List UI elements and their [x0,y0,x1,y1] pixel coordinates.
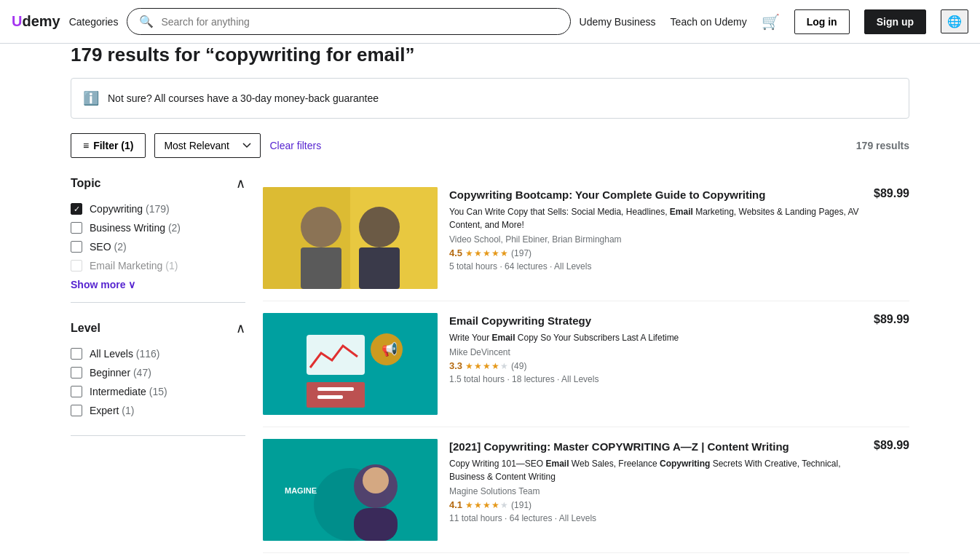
star-full-icon: ★ [474,361,482,371]
level-checkbox-intermediate[interactable] [71,386,82,397]
nav-right: Udemy Business Teach on Udemy 🛒 Log in S… [580,9,968,34]
course-card[interactable]: 📢 Email Copywriting Strategy Write Your … [263,301,909,427]
course-price: $89.99 [874,313,909,326]
course-desc: Copy Writing 101—SEO Email Web Sales, Fr… [449,457,862,483]
sidebar: Topic ∧ Copywriting (179) Business Writi… [71,175,245,553]
stars: ★★★★★ [465,500,508,510]
course-info: Copywriting Bootcamp: Your Complete Guid… [449,187,862,271]
level-section-title: Level [71,322,100,335]
rating-row: 4.5 ★★★★★ (197) [449,247,862,258]
topic-checkbox-email-marketing[interactable] [71,260,82,271]
topic-checkbox-copywriting[interactable] [71,203,82,215]
search-icon: 🔍 [139,15,154,28]
categories-nav[interactable]: Categories [69,16,119,28]
star-full-icon: ★ [483,248,491,258]
course-card[interactable]: Copywriting Bootcamp: Your Complete Guid… [263,175,909,301]
topic-label-copywriting: Copywriting (179) [90,203,170,215]
svg-rect-17 [354,508,398,541]
filter-bar: ≡ Filter (1) Most Relevant Most Reviewed… [71,133,909,158]
level-checkbox-beginner[interactable] [71,367,82,378]
svg-point-4 [359,207,400,247]
level-section-header[interactable]: Level ∧ [71,320,245,336]
topic-filter-seo[interactable]: SEO (2) [71,241,245,253]
topic-chevron-icon: ∧ [236,175,245,191]
review-count: (49) [511,361,526,371]
course-instructor: Magine Solutions Team [449,486,862,496]
level-filter-expert[interactable]: Expert (1) [71,405,245,416]
course-title: [2021] Copywriting: Master COPYWRITING A… [449,439,862,454]
course-thumbnail: MAGINE [263,439,438,541]
svg-text:📢: 📢 [382,341,398,357]
svg-rect-5 [359,247,400,289]
stars: ★★★★★ [465,361,508,371]
main-layout: Topic ∧ Copywriting (179) Business Writi… [71,175,909,553]
guarantee-text: Not sure? All courses have a 30-day mone… [108,92,379,104]
search-input[interactable] [161,16,558,28]
topic-checkbox-business-writing[interactable] [71,222,82,234]
course-title: Email Copywriting Strategy [449,313,862,328]
page-header: 179 results for “copywriting for email” … [71,44,909,119]
star-full-icon: ★ [474,500,482,510]
svg-rect-10 [317,395,343,399]
course-title: Copywriting Bootcamp: Your Complete Guid… [449,187,862,202]
sort-select[interactable]: Most Relevant Most Reviewed Highest Rate… [154,133,261,158]
level-label-intermediate: Intermediate (15) [90,386,167,397]
course-price: $89.99 [874,439,909,452]
navbar: Udemy Categories 🔍 Udemy Business Teach … [0,0,980,44]
login-button[interactable]: Log in [794,9,850,34]
course-meta: 11 total hours · 64 lectures · All Level… [449,513,862,523]
course-thumbnail: 📢 [263,313,438,415]
language-button[interactable]: 🌐 [941,9,968,33]
clear-filters-link[interactable]: Clear filters [269,140,321,151]
cart-icon[interactable]: 🛒 [762,13,780,31]
star-full-icon: ★ [491,500,499,510]
show-more-chevron-icon: ∨ [128,279,135,290]
level-checkbox-all[interactable] [71,348,82,360]
course-instructor: Mike DeVincent [449,347,862,357]
topic-filter-copywriting[interactable]: Copywriting (179) [71,203,245,215]
level-filter-beginner[interactable]: Beginner (47) [71,367,245,378]
results-heading: 179 results for “copywriting for email” [71,44,909,66]
topic-section-header[interactable]: Topic ∧ [71,175,245,191]
level-chevron-icon: ∧ [236,320,245,336]
logo[interactable]: Udemy [12,13,60,30]
rating-number: 4.5 [449,247,462,258]
course-price: $89.99 [874,187,909,200]
level-label-beginner: Beginner (47) [90,367,151,378]
star-full-icon: ★ [465,500,473,510]
course-info: Email Copywriting Strategy Write Your Em… [449,313,862,384]
level-label-expert: Expert (1) [90,405,134,416]
signup-button[interactable]: Sign up [864,9,926,34]
level-filter-all[interactable]: All Levels (116) [71,348,245,360]
topic-checkbox-seo[interactable] [71,241,82,253]
udemy-business-link[interactable]: Udemy Business [580,16,656,28]
course-meta: 1.5 total hours · 18 lectures · All Leve… [449,374,862,384]
course-desc: You Can Write Copy that Sells: Social Me… [449,205,862,231]
star-empty-icon: ★ [500,500,508,510]
course-desc: Write Your Email Copy So Your Subscriber… [449,331,862,344]
stars: ★★★★★ [465,248,508,258]
star-full-icon: ★ [465,248,473,258]
course-thumbnail [263,187,438,289]
rating-number: 3.3 [449,360,462,371]
star-full-icon: ★ [483,361,491,371]
star-half-icon: ★ [491,361,499,371]
course-meta: 5 total hours · 64 lectures · All Levels [449,261,862,271]
svg-point-2 [301,207,341,247]
filter-button-label: Filter (1) [93,140,133,151]
level-section: Level ∧ All Levels (116) Beginner (47) I… [71,320,245,436]
level-label-all: All Levels (116) [90,348,160,360]
star-half-icon: ★ [500,248,508,258]
topic-show-more[interactable]: Show more ∨ [71,279,245,290]
teach-link[interactable]: Teach on Udemy [671,16,747,28]
course-card[interactable]: MAGINE [2021] Copywriting: Master COPYWR… [263,427,909,553]
topic-label-business-writing: Business Writing (2) [90,222,181,234]
level-checkbox-expert[interactable] [71,405,82,416]
svg-rect-3 [301,247,341,289]
topic-filter-email-marketing[interactable]: Email Marketing (1) [71,260,245,271]
rating-number: 4.1 [449,499,462,510]
filter-button[interactable]: ≡ Filter (1) [71,133,146,158]
level-filter-intermediate[interactable]: Intermediate (15) [71,386,245,397]
topic-filter-business-writing[interactable]: Business Writing (2) [71,222,245,234]
topic-label-seo: SEO (2) [90,241,127,253]
